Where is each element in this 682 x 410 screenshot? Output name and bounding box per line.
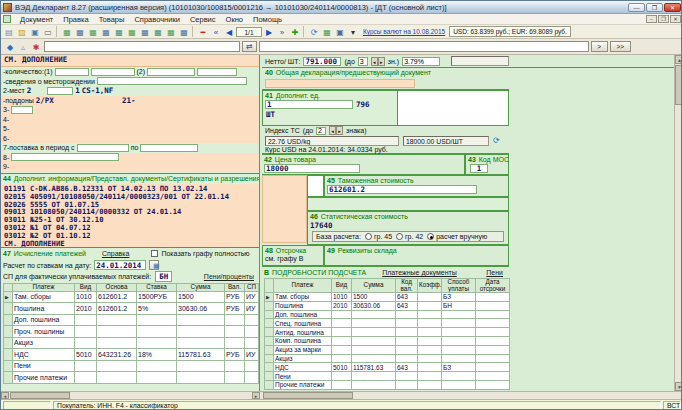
table-cell[interactable]: Акциз [13, 337, 75, 349]
table-row[interactable]: Доп. пошлина [4, 314, 259, 326]
table-cell[interactable] [442, 380, 476, 389]
table-cell[interactable]: БЗ [442, 363, 476, 372]
recalc-index-icon[interactable]: ⟳ [493, 136, 500, 145]
new-document-icon[interactable]: ▤ [3, 26, 15, 37]
table-cell[interactable] [476, 301, 510, 310]
table-row[interactable]: НДС5010115781.63643БЗ [265, 363, 510, 372]
table-cell[interactable]: РУБ [225, 303, 245, 315]
gr45-radio[interactable] [365, 233, 372, 240]
netto-input[interactable] [303, 57, 341, 66]
table-cell[interactable] [177, 360, 225, 372]
table-cell[interactable]: 18% [137, 349, 177, 361]
table-cell[interactable] [225, 337, 245, 349]
table-cell[interactable] [332, 319, 352, 328]
vertical-scrollbar[interactable]: ▲ ▼ [674, 55, 682, 391]
table-cell[interactable] [418, 328, 442, 337]
index-digits-up-icon[interactable]: ▸ [336, 126, 343, 135]
column-header[interactable]: Платеж [274, 279, 332, 293]
right-hscrollbar[interactable] [262, 392, 673, 399]
table-row[interactable]: Прочие платежи [4, 372, 259, 384]
table-cell[interactable] [418, 301, 442, 310]
table-row[interactable]: Спец. пошлина [265, 319, 510, 328]
column-header[interactable]: Вид [75, 284, 97, 292]
table-cell[interactable]: 30630.06 [177, 303, 225, 315]
prev-item-icon[interactable]: ◀ [223, 26, 235, 37]
table-row[interactable]: ▶Там. сборы1010612601.21500РУБ1500РУБИУ [4, 291, 259, 303]
table-cell[interactable]: 30630.06 [352, 301, 396, 310]
table-cell[interactable]: НДС [13, 349, 75, 361]
table-cell[interactable] [476, 354, 510, 363]
digits-up-icon[interactable]: ▸ [378, 57, 385, 66]
table-cell[interactable]: Пени [274, 372, 332, 381]
scroll-down-icon[interactable]: ▼ [675, 382, 682, 391]
table-cell[interactable] [75, 360, 97, 372]
calendar-icon[interactable]: ▦ [149, 260, 159, 270]
show-full-checkbox[interactable] [151, 250, 158, 257]
scroll-thumb[interactable] [675, 65, 682, 105]
table-cell[interactable] [476, 380, 510, 389]
table-cell[interactable] [137, 372, 177, 384]
table-cell[interactable] [442, 310, 476, 319]
table-cell[interactable]: 115781.63 [177, 349, 225, 361]
form-list-6-icon[interactable]: ▦ [165, 26, 177, 37]
row3-input[interactable] [11, 106, 33, 114]
table-cell[interactable]: 643231.26 [97, 349, 137, 361]
table-cell[interactable]: 1500 [177, 291, 225, 303]
close-button[interactable]: ✕ [664, 3, 681, 12]
table-row[interactable]: Акциз за марки [265, 345, 510, 354]
left-hscrollbar[interactable]: ◂ ▸ [1, 392, 260, 399]
table-cell[interactable]: ИУ [245, 291, 259, 303]
table-cell[interactable] [177, 372, 225, 384]
table-cell[interactable] [137, 314, 177, 326]
add-goods-icon[interactable]: ✚ [289, 26, 301, 37]
form-dts-icon[interactable]: ▦ [74, 26, 86, 37]
table-cell[interactable] [396, 310, 418, 319]
table-cell[interactable]: РУБ [225, 349, 245, 361]
payment-docs-link[interactable]: Платежные документы [382, 269, 457, 276]
last-goods-button[interactable]: >> [610, 41, 631, 52]
table-cell[interactable] [225, 360, 245, 372]
table-cell[interactable]: Антид. пошлина [274, 328, 332, 337]
first-item-icon[interactable]: « [210, 26, 222, 37]
table-cell[interactable]: Доп. пошлина [13, 314, 75, 326]
table-cell[interactable] [75, 326, 97, 338]
table-cell[interactable] [177, 337, 225, 349]
table-cell[interactable]: БН [442, 301, 476, 310]
table-cell[interactable] [177, 326, 225, 338]
table-cell[interactable] [225, 326, 245, 338]
rate-date-input[interactable] [94, 260, 146, 270]
table-cell[interactable] [352, 336, 396, 345]
restore-button[interactable]: ❐ [646, 3, 663, 12]
g43-input[interactable] [470, 164, 488, 173]
table-cell[interactable] [396, 319, 418, 328]
table-cell[interactable]: Комп. пошлина [274, 336, 332, 345]
last-item-icon[interactable]: » [276, 26, 288, 37]
column-header[interactable]: Основа [97, 284, 137, 292]
column-header[interactable]: Ставка [137, 284, 177, 292]
netto-percent-input[interactable] [402, 57, 440, 66]
period-from-input[interactable] [77, 144, 129, 152]
table-cell[interactable] [418, 310, 442, 319]
table-cell[interactable] [442, 328, 476, 337]
table-cell[interactable]: 643 [396, 363, 418, 372]
table-cell[interactable]: Акциз [274, 354, 332, 363]
table-cell[interactable] [396, 372, 418, 381]
table-cell[interactable]: Пени [13, 360, 75, 372]
table-cell[interactable] [418, 345, 442, 354]
table-cell[interactable] [476, 372, 510, 381]
table-cell[interactable]: Там. сборы [274, 293, 332, 302]
column-header[interactable]: Вал. [225, 284, 245, 292]
table-row[interactable]: Пени [265, 372, 510, 381]
table-cell[interactable]: РУБ [225, 291, 245, 303]
table-cell[interactable] [352, 372, 396, 381]
column-header[interactable]: Сумма [177, 284, 225, 292]
table-cell[interactable] [352, 328, 396, 337]
table-row[interactable]: Акциз [265, 354, 510, 363]
table-cell[interactable]: ИУ [245, 303, 259, 315]
table-cell[interactable] [245, 372, 259, 384]
table-cell[interactable]: Там. сборы [13, 291, 75, 303]
mdi-restore-button[interactable]: ❐ [658, 15, 669, 23]
export-icon[interactable]: ▣ [334, 26, 346, 37]
table-row[interactable]: Пошлина2010612601.25%30630.06РУБИУ [4, 303, 259, 315]
delete-item-icon[interactable]: ━ [197, 26, 209, 37]
